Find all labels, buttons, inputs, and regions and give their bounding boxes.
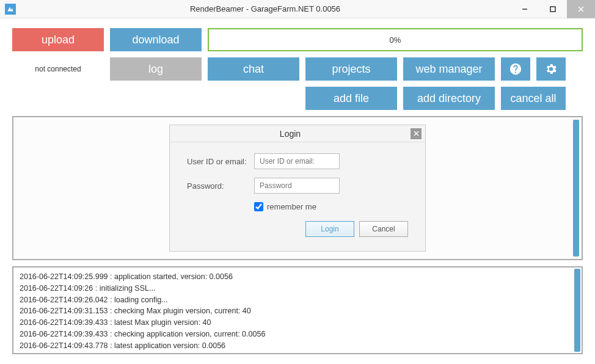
settings-button[interactable] <box>536 57 566 81</box>
window-title: RenderBeamer - GarageFarm.NET 0.0056 <box>20 4 511 13</box>
maximize-button[interactable] <box>539 0 567 18</box>
main-area: Login User ID or email: Password: rememb… <box>12 116 583 260</box>
password-label: Password: <box>187 181 254 191</box>
log-line: 2016-06-22T14:09:39.433 : checking appli… <box>20 329 567 340</box>
add-directory-button[interactable]: add directory <box>403 87 495 110</box>
log-line: 2016-06-22T14:09:25.999 : application st… <box>20 271 567 283</box>
main-scrollbar[interactable] <box>573 120 579 257</box>
toolbar: upload download 0% not connected log cha… <box>0 18 595 110</box>
log-line: 2016-06-22T14:09:26.042 : loading config… <box>20 294 567 306</box>
login-title: Login <box>170 129 411 139</box>
log-button[interactable]: log <box>110 57 202 81</box>
projects-button[interactable]: projects <box>305 57 397 81</box>
log-scrollbar[interactable] <box>573 268 582 353</box>
log-line: 2016-06-22T14:09:43.778 : latest applica… <box>20 340 567 352</box>
login-header: Login <box>170 125 425 142</box>
login-close-button[interactable] <box>411 128 422 139</box>
titlebar: RenderBeamer - GarageFarm.NET 0.0056 <box>0 0 595 18</box>
app-icon <box>5 4 16 15</box>
window-controls <box>511 0 595 18</box>
log-area: 2016-06-22T14:09:25.999 : application st… <box>12 266 583 354</box>
remember-me-label: remember me <box>267 202 316 211</box>
connection-status: not connected <box>12 57 104 81</box>
log-line: 2016-06-22T14:09:26 : initializing SSL..… <box>20 283 567 294</box>
user-id-input[interactable] <box>254 153 340 169</box>
add-file-button[interactable]: add file <box>305 87 397 110</box>
password-input[interactable] <box>254 178 340 194</box>
upload-button[interactable]: upload <box>12 28 104 51</box>
login-cancel-button[interactable]: Cancel <box>359 221 408 237</box>
close-button[interactable] <box>567 0 595 18</box>
user-id-label: User ID or email: <box>187 157 254 166</box>
remember-me-checkbox[interactable] <box>254 202 263 211</box>
log-scrollbar-thumb[interactable] <box>574 269 580 352</box>
help-button[interactable] <box>501 57 530 81</box>
svg-rect-1 <box>550 7 555 12</box>
login-dialog: Login User ID or email: Password: rememb… <box>169 125 426 252</box>
cancel-all-button[interactable]: cancel all <box>501 87 566 110</box>
chat-button[interactable]: chat <box>208 57 299 81</box>
log-content: 2016-06-22T14:09:25.999 : application st… <box>13 268 573 353</box>
login-submit-button[interactable]: Login <box>305 221 354 237</box>
log-line: 2016-06-22T14:09:31.153 : checking Max p… <box>20 305 567 317</box>
minimize-button[interactable] <box>511 0 539 18</box>
progress-bar: 0% <box>208 28 583 51</box>
log-line: 2016-06-22T14:09:39.433 : latest Max plu… <box>20 317 567 329</box>
web-manager-button[interactable]: web manager <box>403 57 495 81</box>
download-button[interactable]: download <box>110 28 202 51</box>
